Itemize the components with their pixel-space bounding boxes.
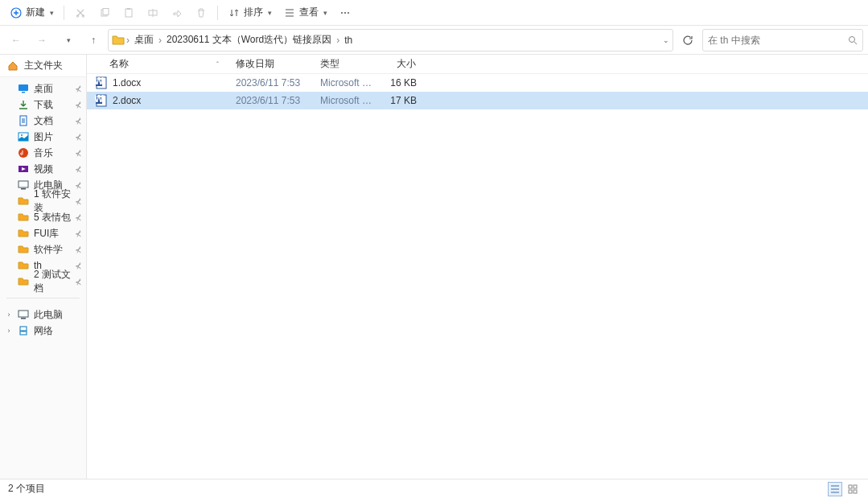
chevron-right-icon: › — [158, 35, 162, 46]
main-area: 主文件夹 桌面⊀下载⊀文档⊀图片⊀音乐⊀视频⊀此电脑⊀1 软件安装⊀5 表情包⊀… — [0, 55, 868, 479]
sidebar-item-7[interactable]: 1 软件安装⊀ — [0, 193, 86, 209]
sidebar-tree-item-1[interactable]: ›网络 — [0, 323, 86, 339]
sidebar-item-10[interactable]: 软件学⊀ — [0, 241, 86, 257]
sidebar-item-4[interactable]: 音乐⊀ — [0, 145, 86, 161]
crumb-1[interactable]: 20230611 文本（Word迭代）链接原因 — [163, 33, 335, 47]
sidebar-item-0[interactable]: 桌面⊀ — [0, 80, 86, 97]
svg-rect-10 — [22, 92, 25, 93]
separator — [6, 298, 80, 298]
new-button[interactable]: 新建 ▾ — [5, 2, 59, 24]
up-button[interactable]: ↑ — [82, 29, 105, 51]
sidebar-item-1[interactable]: 下载⊀ — [0, 97, 86, 113]
sidebar-item-label: FUI库 — [34, 227, 59, 241]
cell-type: Microsoft Word 文档 — [312, 94, 381, 108]
sidebar-item-3[interactable]: 图片⊀ — [0, 129, 86, 145]
pc-icon — [18, 179, 29, 191]
sidebar-item-label: 视频 — [34, 163, 53, 176]
cell-size: 16 KB — [381, 77, 425, 88]
crumb-2[interactable]: th — [341, 35, 356, 46]
more-button[interactable]: ⋯ — [334, 2, 356, 24]
details-view-button[interactable] — [828, 482, 842, 496]
folder-icon — [18, 212, 29, 223]
new-label: 新建 — [26, 6, 45, 19]
chevron-right-icon: › — [336, 35, 339, 46]
col-name[interactable]: 名称ˆ — [87, 55, 228, 73]
doc-icon — [18, 115, 29, 126]
music-icon — [18, 147, 29, 158]
sidebar-tree-item-0[interactable]: ›此电脑 — [0, 307, 86, 323]
pin-icon: ⊀ — [75, 101, 81, 109]
net-icon — [18, 325, 29, 336]
video-icon — [18, 163, 29, 175]
sort-icon — [228, 6, 241, 19]
pin-icon: ⊀ — [75, 165, 81, 174]
file-row[interactable]: W2.docx2023/6/11 7:53Microsoft Word 文档17… — [87, 92, 868, 109]
recent-button[interactable]: ▾ — [56, 29, 79, 51]
sidebar-item-label: 软件学 — [34, 243, 63, 257]
file-row[interactable]: W1.docx2023/6/11 7:53Microsoft Word 文档16… — [87, 74, 868, 92]
pin-icon: ⊀ — [75, 133, 81, 142]
sidebar-header[interactable]: 主文件夹 — [0, 55, 86, 77]
chevron-right-icon[interactable]: › — [5, 311, 13, 319]
folder-icon — [18, 260, 29, 271]
svg-text:W: W — [95, 94, 104, 105]
search-icon — [848, 35, 858, 45]
sidebar-header-label: 主文件夹 — [24, 59, 63, 72]
view-button[interactable]: 查看 ▾ — [278, 2, 332, 24]
svg-point-14 — [19, 148, 28, 158]
svg-text:W: W — [95, 76, 104, 87]
sidebar-item-2[interactable]: 文档⊀ — [0, 113, 86, 129]
chevron-down-icon: ▾ — [50, 9, 54, 17]
trash-icon — [195, 6, 208, 19]
download-icon — [18, 99, 29, 110]
svg-rect-29 — [854, 485, 857, 488]
sidebar-item-8[interactable]: 5 表情包⊀ — [0, 209, 86, 225]
sidebar-item-label: 桌面 — [34, 82, 53, 96]
folder-icon — [18, 276, 29, 287]
sidebar-tree: ›此电脑›网络 — [0, 303, 86, 342]
rename-button[interactable] — [142, 2, 164, 24]
file-list: W1.docx2023/6/11 7:53Microsoft Word 文档16… — [87, 74, 868, 479]
back-button[interactable]: ← — [5, 29, 27, 51]
paste-button[interactable] — [117, 2, 140, 24]
address-bar: ← → ▾ ↑ › 桌面 › 20230611 文本（Word迭代）链接原因 ›… — [0, 26, 868, 55]
svg-rect-20 — [20, 327, 27, 331]
svg-rect-5 — [125, 9, 132, 17]
copy-button[interactable] — [93, 2, 116, 24]
sidebar-item-9[interactable]: FUI库⊀ — [0, 225, 86, 241]
svg-rect-16 — [19, 181, 28, 187]
search-input[interactable] — [708, 35, 843, 46]
svg-rect-17 — [21, 188, 26, 190]
cut-button[interactable] — [69, 2, 92, 24]
svg-rect-4 — [103, 8, 109, 14]
toolbar: 新建 ▾ 排序 ▾ 查看 ▾ ⋯ — [0, 0, 868, 26]
chevron-down-icon: ▾ — [323, 9, 327, 17]
sidebar-item-label: 下载 — [34, 98, 53, 112]
refresh-button[interactable] — [677, 29, 699, 51]
sidebar-item-label: 2 测试文档 — [34, 268, 80, 295]
column-headers: 名称ˆ 修改日期 类型 大小 — [87, 55, 868, 74]
forward-button[interactable]: → — [31, 29, 53, 51]
svg-rect-18 — [19, 311, 28, 317]
sidebar-item-5[interactable]: 视频⊀ — [0, 161, 86, 177]
sort-button[interactable]: 排序 ▾ — [223, 2, 277, 24]
delete-button[interactable] — [190, 2, 212, 24]
folder-icon — [112, 34, 125, 47]
chevron-down-icon: ▾ — [268, 9, 272, 17]
folder-icon — [18, 244, 29, 255]
sidebar-item-12[interactable]: 2 测试文档⊀ — [0, 274, 86, 290]
search-box[interactable] — [702, 29, 863, 51]
col-date[interactable]: 修改日期 — [228, 55, 312, 73]
icons-view-button[interactable] — [845, 482, 860, 496]
sidebar-item-label: 网络 — [34, 324, 53, 338]
sidebar-item-label: 音乐 — [34, 146, 53, 160]
breadcrumb[interactable]: › 桌面 › 20230611 文本（Word迭代）链接原因 › th ⌄ — [108, 29, 673, 51]
col-size[interactable]: 大小 — [381, 55, 425, 73]
cell-date: 2023/6/11 7:53 — [228, 77, 312, 88]
col-type[interactable]: 类型 — [312, 55, 381, 73]
crumb-0[interactable]: 桌面 — [131, 33, 157, 47]
chevron-right-icon[interactable]: › — [5, 327, 13, 335]
share-button[interactable] — [166, 2, 188, 24]
chevron-down-icon[interactable]: ⌄ — [663, 36, 669, 44]
status-bar: 2 个项目 — [0, 479, 868, 498]
